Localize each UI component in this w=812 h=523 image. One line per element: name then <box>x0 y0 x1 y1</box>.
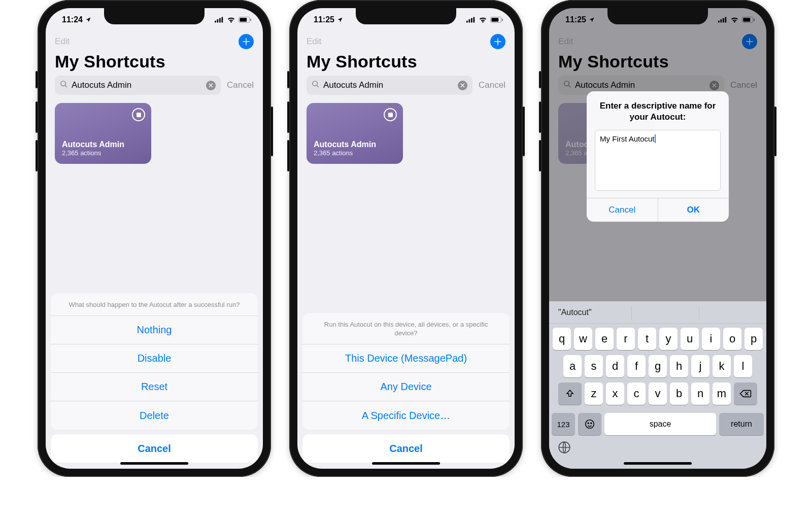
svg-rect-5 <box>240 18 247 21</box>
emoji-key[interactable] <box>578 413 601 435</box>
card-title: Autocuts Admin <box>314 140 396 149</box>
search-icon <box>60 80 68 90</box>
key-f[interactable]: f <box>627 355 646 377</box>
add-button[interactable] <box>239 34 254 49</box>
backspace-key[interactable] <box>734 382 757 405</box>
key-b[interactable]: b <box>670 382 688 405</box>
sheet-option-nothing[interactable]: Nothing <box>51 316 258 344</box>
key-n[interactable]: n <box>691 382 709 405</box>
keyboard: "Autocut" qwertyuiop asdfghjkl zxcvbnm 1… <box>549 301 766 469</box>
status-time: 11:24 <box>62 15 83 24</box>
home-indicator[interactable] <box>120 462 188 465</box>
svg-rect-9 <box>469 19 470 22</box>
sheet-option-disable[interactable]: Disable <box>51 344 258 373</box>
home-indicator[interactable] <box>624 462 692 465</box>
svg-rect-14 <box>502 19 503 21</box>
svg-point-7 <box>61 81 65 86</box>
svg-point-25 <box>588 423 589 424</box>
key-p[interactable]: p <box>745 328 763 350</box>
clear-search-icon[interactable]: ✕ <box>458 81 467 90</box>
sheet-cancel-button[interactable]: Cancel <box>51 434 258 463</box>
svg-rect-6 <box>250 19 251 21</box>
key-u[interactable]: u <box>681 328 699 350</box>
stop-icon[interactable] <box>132 108 145 121</box>
key-s[interactable]: s <box>585 355 603 377</box>
wifi-icon <box>227 17 235 23</box>
alert-dialog: Enter a descriptive name for your Autocu… <box>587 91 729 222</box>
key-c[interactable]: c <box>627 382 646 405</box>
home-indicator[interactable] <box>372 462 440 465</box>
sheet-option-specific-device[interactable]: A Specific Device… <box>302 401 510 430</box>
key-k[interactable]: k <box>713 355 731 377</box>
alert-cancel-button[interactable]: Cancel <box>587 198 658 222</box>
key-i[interactable]: i <box>702 328 720 350</box>
location-icon <box>85 17 91 23</box>
sheet-header: Run this Autocut on this device, all dev… <box>302 313 510 344</box>
svg-point-15 <box>313 81 317 86</box>
key-x[interactable]: x <box>606 382 624 405</box>
shift-key[interactable] <box>558 382 582 405</box>
svg-rect-8 <box>466 21 468 23</box>
battery-icon <box>239 17 252 23</box>
globe-key[interactable] <box>557 440 571 455</box>
add-button[interactable] <box>490 34 505 49</box>
search-input[interactable]: Autocuts Admin ✕ <box>307 76 472 95</box>
suggestion-item[interactable] <box>699 306 766 319</box>
cellular-icon <box>215 17 224 23</box>
key-z[interactable]: z <box>585 382 603 405</box>
key-m[interactable]: m <box>713 382 731 405</box>
card-title: Autocuts Admin <box>62 140 144 149</box>
location-icon <box>337 17 343 23</box>
search-input[interactable]: Autocuts Admin ✕ <box>55 76 221 95</box>
key-h[interactable]: h <box>670 355 688 377</box>
svg-rect-1 <box>217 19 219 22</box>
action-sheet: What should happen to the Autocut after … <box>51 293 258 463</box>
edit-button[interactable]: Edit <box>307 37 321 47</box>
key-e[interactable]: e <box>595 328 614 350</box>
key-v[interactable]: v <box>649 382 667 405</box>
alert-text-input[interactable]: My First Autocut <box>595 130 721 191</box>
key-g[interactable]: g <box>649 355 667 377</box>
status-time: 11:25 <box>314 15 334 24</box>
key-q[interactable]: q <box>553 328 571 350</box>
svg-rect-11 <box>473 17 475 23</box>
key-j[interactable]: j <box>691 355 709 377</box>
svg-rect-10 <box>471 18 472 23</box>
svg-rect-0 <box>215 21 216 23</box>
suggestion-item[interactable] <box>632 306 699 319</box>
svg-point-24 <box>586 420 594 429</box>
edit-button[interactable]: Edit <box>55 37 70 47</box>
key-y[interactable]: y <box>659 328 678 350</box>
cellular-icon <box>466 17 476 23</box>
key-d[interactable]: d <box>606 355 624 377</box>
sheet-option-delete[interactable]: Delete <box>51 401 258 430</box>
sheet-option-any-device[interactable]: Any Device <box>302 373 510 401</box>
wifi-icon <box>479 17 487 23</box>
cancel-search-button[interactable]: Cancel <box>227 80 254 90</box>
cancel-search-button[interactable]: Cancel <box>479 80 505 90</box>
mode-key[interactable]: 123 <box>552 413 575 435</box>
stop-icon[interactable] <box>384 108 397 121</box>
battery-icon <box>490 17 503 23</box>
return-key[interactable]: return <box>719 413 764 435</box>
space-key[interactable]: space <box>604 413 716 435</box>
key-t[interactable]: t <box>638 328 656 350</box>
search-value: Autocuts Admin <box>72 80 202 90</box>
svg-rect-13 <box>491 18 498 21</box>
sheet-option-this-device[interactable]: This Device (MessagePad) <box>302 344 510 373</box>
key-o[interactable]: o <box>723 328 741 350</box>
page-title: My Shortcuts <box>297 51 515 76</box>
svg-rect-3 <box>222 17 223 23</box>
suggestion-item[interactable]: "Autocut" <box>549 306 632 319</box>
key-w[interactable]: w <box>574 328 592 350</box>
clear-search-icon[interactable]: ✕ <box>206 81 216 90</box>
shortcut-card[interactable]: Autocuts Admin 2,365 actions <box>307 103 403 164</box>
alert-ok-button[interactable]: OK <box>658 198 729 222</box>
key-r[interactable]: r <box>617 328 635 350</box>
sheet-cancel-button[interactable]: Cancel <box>302 434 510 463</box>
shortcut-card[interactable]: Autocuts Admin 2,365 actions <box>55 103 151 164</box>
key-a[interactable]: a <box>563 355 582 377</box>
search-icon <box>312 80 320 90</box>
sheet-option-reset[interactable]: Reset <box>51 373 258 401</box>
key-l[interactable]: l <box>734 355 752 377</box>
